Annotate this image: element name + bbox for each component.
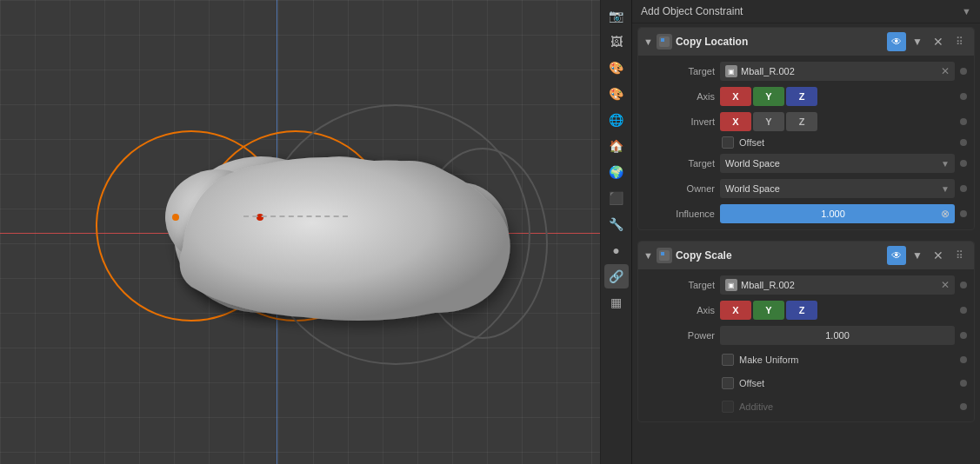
target-space-value: World Space [725, 158, 780, 169]
sidebar: 📷 🖼 🎨 🎨 🌐 🏠 🌍 ⬛ 🔧 ● 🔗 ▦ [600, 0, 631, 464]
cs-offset-label: Offset [739, 378, 764, 388]
copy-scale-header: ▼ Copy Scale 👁 ▼ ✕ ⠿ [638, 242, 974, 269]
make-uniform-row: Make Uniform [645, 350, 967, 369]
offset-checkbox[interactable] [722, 136, 734, 149]
particles-icon[interactable]: ● [604, 238, 629, 262]
owner-space-value: World Space [725, 183, 780, 194]
target-label: Target [645, 66, 715, 76]
globe-icon[interactable]: 🌐 [604, 108, 629, 132]
influence-field[interactable]: 1.000 ⊗ [720, 204, 955, 223]
copy-location-offset-row: Offset [645, 136, 967, 149]
target-space-dot [960, 160, 967, 167]
copy-scale-eye-btn[interactable]: 👁 [887, 246, 906, 265]
cs-axis-z-btn[interactable]: Z [786, 301, 817, 320]
object-props-icon[interactable]: ⬛ [604, 186, 629, 210]
invert-buttons: X Y Z [720, 112, 817, 131]
copy-location-owner-space-row: Owner World Space ▼ [645, 178, 967, 199]
cs-offset-checkbox[interactable] [722, 377, 734, 389]
target-space-dropdown[interactable]: World Space ▼ [720, 154, 955, 173]
target-space-arrow: ▼ [941, 159, 950, 169]
copy-location-grid-btn[interactable]: ⠿ [950, 32, 969, 51]
image-settings-icon[interactable]: 🎨 [604, 56, 629, 80]
influence-dot [960, 210, 967, 217]
make-uniform-dot [960, 356, 967, 363]
copy-location-axis-row: Axis X Y Z [645, 86, 967, 107]
modifier-icon[interactable]: 🔧 [604, 212, 629, 236]
dashed-center-line [243, 215, 348, 217]
copy-location-target-space-row: Target World Space ▼ [645, 153, 967, 174]
copy-scale-power-row: Power 1.000 [645, 325, 967, 346]
owner-space-dropdown[interactable]: World Space ▼ [720, 179, 955, 198]
cs-axis-x-btn[interactable]: X [720, 301, 751, 320]
invert-content: X Y Z [720, 112, 955, 131]
copy-location-body: Target ▣ Mball_R.002 ✕ Axis X Y [638, 56, 974, 229]
data-icon[interactable]: ▦ [604, 290, 629, 315]
copy-location-name: Copy Location [676, 36, 883, 48]
dot-origin-left [172, 214, 179, 221]
axis-buttons: X Y Z [720, 87, 817, 106]
target-dot [960, 68, 967, 75]
target-space-content: World Space ▼ [720, 154, 955, 173]
power-dot [960, 332, 967, 339]
copy-scale-body: Target ▣ Mball_R.002 ✕ Axis X Y [638, 269, 974, 421]
target-mesh-icon: ▣ [725, 65, 737, 77]
power-label: Power [645, 330, 715, 341]
copy-scale-target-field[interactable]: ▣ Mball_R.002 ✕ [720, 275, 955, 295]
power-field[interactable]: 1.000 [720, 326, 955, 345]
power-content: 1.000 [720, 326, 955, 345]
axis-z-btn[interactable]: Z [786, 87, 817, 106]
paint-icon[interactable]: 🎨 [604, 82, 629, 106]
copy-scale-grid-btn[interactable]: ⠿ [950, 246, 969, 265]
invert-dot [960, 118, 967, 125]
influence-label: Influence [645, 209, 715, 219]
copy-location-header: ▼ Copy Location 👁 ▼ ✕ ⠿ [638, 28, 974, 56]
blob-mesh [113, 122, 548, 348]
cs-target-content: ▣ Mball_R.002 ✕ [720, 275, 955, 295]
copy-location-toggle[interactable]: ▼ [643, 36, 653, 47]
copy-location-influence-row: Influence 1.000 ⊗ [645, 203, 967, 224]
copy-scale-target-clear[interactable]: ✕ [941, 279, 950, 291]
copy-scale-close-btn[interactable]: ✕ [929, 246, 948, 265]
scene-icon[interactable]: 🏠 [604, 134, 629, 158]
copy-scale-toggle[interactable]: ▼ [643, 250, 653, 261]
properties-panel: Add Object Constraint ▼ ▼ Copy Location … [631, 0, 980, 464]
invert-label: Invert [645, 116, 715, 127]
copy-location-target-clear[interactable]: ✕ [941, 65, 950, 77]
svg-rect-8 [661, 252, 664, 255]
target-space-label: Target [645, 158, 715, 169]
copy-location-down-btn[interactable]: ▼ [908, 32, 927, 51]
copy-scale-actions: 👁 ▼ ✕ ⠿ [887, 246, 969, 265]
copy-scale-target-name: Mball_R.002 [741, 280, 937, 290]
add-constraint-chevron[interactable]: ▼ [962, 6, 971, 17]
world-icon[interactable]: 🌍 [604, 160, 629, 184]
camera-icon[interactable]: 📷 [604, 3, 629, 28]
influence-value: 1.000 [725, 209, 941, 219]
copy-location-invert-row: Invert X Y Z [645, 111, 967, 132]
copy-location-actions: 👁 ▼ ✕ ⠿ [887, 32, 969, 51]
additive-checkbox[interactable] [722, 401, 734, 413]
influence-reset-btn[interactable]: ⊗ [941, 208, 950, 220]
make-uniform-checkbox[interactable] [722, 354, 734, 366]
copy-scale-axis-row: Axis X Y Z [645, 300, 967, 321]
axis-x-btn[interactable]: X [720, 87, 751, 106]
axis-y-btn[interactable]: Y [753, 87, 784, 106]
constraint-icon[interactable]: 🔗 [604, 264, 629, 288]
copy-location-eye-btn[interactable]: 👁 [887, 32, 906, 51]
cs-target-mesh-icon: ▣ [725, 279, 737, 291]
invert-x-btn[interactable]: X [720, 112, 751, 131]
render-settings-icon[interactable]: 🖼 [604, 30, 629, 54]
3d-viewport[interactable] [0, 0, 600, 464]
copy-scale-icon [657, 248, 672, 263]
copy-location-close-btn[interactable]: ✕ [929, 32, 948, 51]
owner-space-dot [960, 185, 967, 192]
cs-target-dot [960, 282, 967, 288]
svg-rect-6 [661, 38, 664, 42]
copy-location-target-row: Target ▣ Mball_R.002 ✕ [645, 61, 967, 82]
copy-location-target-field[interactable]: ▣ Mball_R.002 ✕ [720, 62, 955, 81]
axis-dot [960, 93, 967, 100]
invert-z-btn[interactable]: Z [786, 112, 817, 131]
invert-y-btn[interactable]: Y [753, 112, 784, 131]
blob-container [70, 113, 557, 348]
cs-axis-y-btn[interactable]: Y [753, 301, 784, 320]
copy-scale-down-btn[interactable]: ▼ [908, 246, 927, 265]
